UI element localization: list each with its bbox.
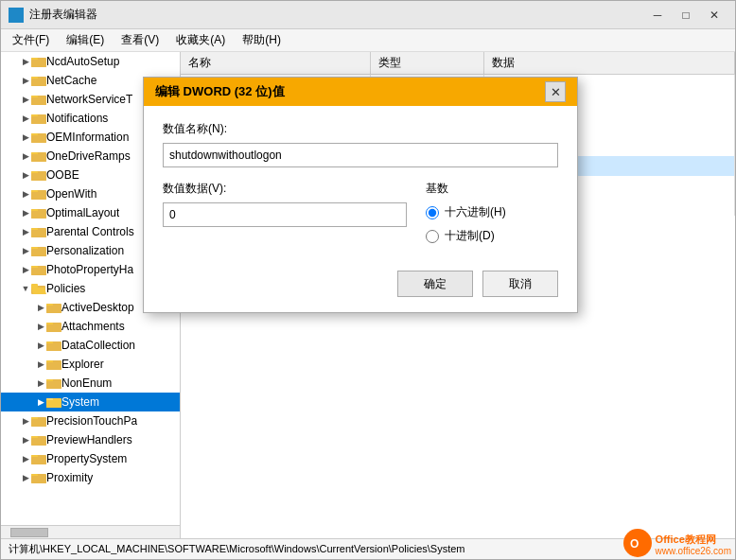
- folder-icon: [31, 93, 46, 106]
- tree-item-label: System: [61, 395, 99, 409]
- folder-icon: [31, 225, 46, 238]
- radio-hex-label: 十六进制(H): [445, 204, 506, 220]
- svg-rect-47: [46, 324, 61, 332]
- close-button[interactable]: ✕: [701, 6, 727, 25]
- radio-dec-label: 十进制(D): [445, 228, 495, 244]
- folder-icon: [46, 395, 61, 409]
- folder-icon: [31, 187, 46, 201]
- maximize-button[interactable]: □: [673, 6, 699, 25]
- expand-arrow: ▶: [20, 113, 31, 124]
- tree-item-label: PreviewHandlers: [46, 433, 132, 446]
- tree-item-datacollection[interactable]: ▶ DataCollection: [1, 336, 180, 355]
- menu-view[interactable]: 查看(V): [114, 30, 166, 50]
- svg-rect-15: [31, 116, 46, 124]
- expand-arrow: ▶: [20, 245, 31, 256]
- tree-item-label: DataCollection: [61, 339, 135, 352]
- tree-item-label: NetworkServiceT: [46, 93, 132, 106]
- tree-horizontal-scrollbar[interactable]: [1, 525, 180, 538]
- svg-rect-3: [17, 16, 23, 22]
- folder-icon: [31, 244, 46, 257]
- tree-item-system[interactable]: ▶ System: [1, 393, 180, 411]
- scrollbar-thumb[interactable]: [10, 528, 48, 537]
- tree-item-label: Parental Controls: [46, 225, 134, 238]
- radio-dec[interactable]: 十进制(D): [426, 228, 558, 244]
- expand-arrow: ▶: [20, 264, 31, 275]
- menu-bar: 文件(F) 编辑(E) 查看(V) 收藏夹(A) 帮助(H): [1, 29, 735, 52]
- tree-item-nonenum[interactable]: ▶ NonEnum: [1, 374, 180, 393]
- tree-item-label: OEMInformation: [46, 131, 129, 144]
- folder-icon: [31, 55, 46, 68]
- folder-icon: [46, 358, 61, 371]
- svg-rect-27: [31, 192, 46, 200]
- expand-arrow: ▶: [20, 472, 31, 483]
- col-type: 类型: [370, 52, 483, 75]
- office-logo: O: [623, 529, 652, 557]
- svg-rect-68: [31, 457, 46, 464]
- menu-edit[interactable]: 编辑(E): [59, 30, 112, 50]
- app-icon: [9, 8, 24, 23]
- menu-file[interactable]: 文件(F): [5, 30, 57, 50]
- svg-text:O: O: [630, 537, 639, 551]
- expand-arrow: ▼: [20, 283, 31, 294]
- dialog-close-button[interactable]: ✕: [545, 81, 566, 102]
- menu-favorites[interactable]: 收藏夹(A): [168, 30, 233, 50]
- window-title: 注册表编辑器: [29, 7, 97, 23]
- tree-item-label: Attachments: [61, 320, 125, 333]
- edit-dword-dialog: 编辑 DWORD (32 位)值 ✕ 数值名称(N): 数值数据(V): 基数: [143, 77, 578, 313]
- tree-item-proximity[interactable]: ▶ Proximity: [1, 468, 180, 487]
- svg-rect-59: [46, 400, 61, 408]
- tree-item-label: Explorer: [61, 358, 104, 371]
- folder-icon: [31, 471, 46, 484]
- tree-item-label: PrecisionTouchPa: [46, 414, 137, 428]
- folder-icon: [46, 301, 61, 314]
- col-name: 名称: [181, 52, 370, 75]
- window-controls: ─ □ ✕: [644, 6, 727, 25]
- tree-item-label: Notifications: [46, 112, 108, 125]
- minimize-button[interactable]: ─: [644, 6, 671, 25]
- expand-arrow: ▶: [20, 169, 31, 181]
- folder-icon: [31, 149, 46, 163]
- tree-item-attachments[interactable]: ▶ Attachments: [1, 317, 180, 336]
- tree-item-label: OpenWith: [46, 187, 96, 201]
- dialog-title-bar: 编辑 DWORD (32 位)值 ✕: [144, 78, 577, 106]
- tree-item-label: NonEnum: [61, 376, 112, 390]
- folder-icon: [31, 206, 46, 219]
- svg-rect-41: [31, 284, 38, 288]
- svg-rect-6: [31, 60, 46, 67]
- expand-arrow: ▶: [35, 302, 46, 313]
- radio-hex[interactable]: 十六进制(H): [426, 204, 558, 220]
- svg-rect-44: [46, 306, 61, 313]
- tree-item-explorer[interactable]: ▶ Explorer: [1, 355, 180, 374]
- svg-rect-30: [31, 211, 46, 219]
- tree-item-propertysystem[interactable]: ▶ PropertySystem: [1, 449, 180, 468]
- expand-arrow: ▶: [20, 207, 31, 219]
- office-site-name: Office教程网: [656, 534, 731, 546]
- radio-dec-input[interactable]: [426, 230, 439, 243]
- cancel-button[interactable]: 取消: [482, 271, 558, 297]
- folder-icon: [31, 131, 46, 144]
- svg-rect-62: [31, 419, 46, 427]
- value-name-input[interactable]: [163, 143, 558, 167]
- dialog-body: 数值名称(N): 数值数据(V): 基数 十六进制(H): [144, 106, 577, 259]
- tree-item-previewhandlers[interactable]: ▶ PreviewHandlers: [1, 430, 180, 449]
- tree-item-label: NcdAutoSetup: [46, 55, 119, 68]
- expand-arrow: ▶: [20, 415, 31, 427]
- svg-rect-39: [31, 268, 46, 275]
- radio-hex-input[interactable]: [426, 206, 439, 219]
- dialog-title: 编辑 DWORD (32 位)值: [155, 83, 285, 100]
- folder-icon: [31, 433, 46, 446]
- ok-button[interactable]: 确定: [397, 271, 473, 297]
- expand-arrow: ▶: [20, 226, 31, 237]
- folder-icon: [31, 263, 46, 276]
- value-data-input[interactable]: [163, 202, 407, 227]
- tree-item-precisiontouchpa[interactable]: ▶ PrecisionTouchPa: [1, 411, 180, 430]
- expand-arrow: ▶: [20, 150, 31, 162]
- menu-help[interactable]: 帮助(H): [235, 30, 289, 50]
- expand-arrow: ▶: [20, 94, 31, 105]
- tree-item-ncdautosetup[interactable]: ▶ NcdAutoSetup: [1, 52, 180, 71]
- tree-item-label: OneDriveRamps: [46, 149, 131, 163]
- value-data-label: 数值数据(V):: [163, 181, 407, 197]
- tree-item-label: OOBE: [46, 168, 79, 182]
- tree-item-label: PhotoPropertyHa: [46, 263, 133, 276]
- dialog-buttons: 确定 取消: [144, 259, 577, 312]
